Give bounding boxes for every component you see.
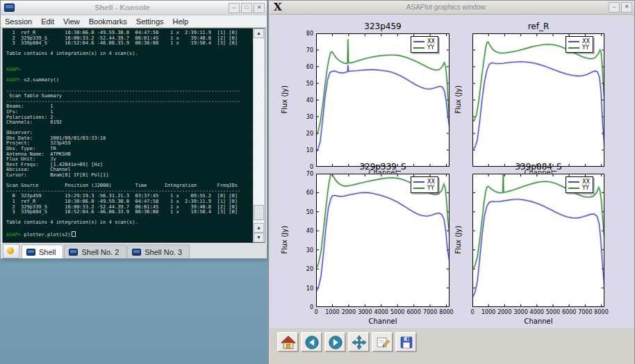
- terminal-line: 3 339p884_S 16:52:04.6 -46.08.33.9 06:36…: [6, 41, 253, 47]
- x-axis-label: Channel: [472, 317, 604, 325]
- legend-entry-xx: XX: [413, 38, 435, 44]
- new-session-button[interactable]: [3, 244, 19, 258]
- y-tick-label: 40: [294, 228, 313, 234]
- terminal-scrollbar[interactable]: ▲ ▲ ▼: [253, 28, 265, 242]
- menu-session[interactable]: Session: [5, 17, 32, 26]
- scroll-up-icon[interactable]: ▲: [254, 28, 264, 38]
- menu-bar: SessionEditViewBookmarksSettingsHelp: [1, 15, 267, 28]
- subplot-title-323p459: 323p459: [316, 22, 450, 31]
- terminal-line: Table contains 4 integration(s) in 4 sca…: [6, 220, 253, 226]
- forward-arrow-icon: [328, 335, 343, 350]
- legend: XXYY: [411, 176, 438, 193]
- menu-bookmarks[interactable]: Bookmarks: [89, 17, 127, 26]
- legend-label: YY: [582, 185, 589, 191]
- tab-label: Shell No. 2: [81, 248, 119, 256]
- edit-page-icon: [375, 335, 390, 350]
- legend-line-icon: [568, 41, 579, 42]
- legend: XXYY: [566, 176, 593, 193]
- series-xx-line: [316, 192, 450, 292]
- y-tick-label: 10: [294, 147, 313, 154]
- terminal-line: [6, 57, 253, 63]
- scroll-up2-icon[interactable]: ▲: [254, 223, 264, 233]
- y-tick-label: 10: [294, 286, 313, 292]
- home-icon: [281, 335, 296, 350]
- scrollbar-thumb[interactable]: [254, 205, 264, 220]
- axes-frame: [473, 174, 604, 307]
- y-tick-label: 40: [294, 97, 313, 104]
- subplot-title-ref-r: ref_R: [472, 22, 604, 31]
- menu-edit[interactable]: Edit: [41, 17, 54, 26]
- y-tick-label: 50: [294, 209, 313, 215]
- back-arrow-icon: [304, 335, 320, 350]
- y-axis-label: Flux (Jy): [454, 226, 462, 254]
- subplot-config-button[interactable]: [372, 332, 393, 352]
- save-floppy-icon: [399, 335, 414, 350]
- terminal-icon: [26, 249, 35, 256]
- terminal-line: Cursor: Beam[0] IF[0] Pol[1]: [6, 173, 253, 179]
- x-axis-label: Channel: [316, 317, 450, 325]
- asaplot-window: X ASAPlot graphics window – ✕ 323p459Cha…: [268, 0, 635, 364]
- series-yy-line: [316, 39, 450, 135]
- legend-entry-yy: YY: [568, 44, 590, 51]
- y-axis-label: Flux (Jy): [454, 86, 462, 114]
- desktop-background: [0, 258, 268, 364]
- terminal-output[interactable]: 1 ref_R 18:30:06.0 -49.59.30.0 04:47:58 …: [3, 28, 253, 242]
- new-session-icon: [7, 247, 14, 254]
- menu-settings[interactable]: Settings: [136, 17, 164, 26]
- legend: XXYY: [566, 36, 593, 53]
- asaplot-close-button[interactable]: ✕: [621, 2, 632, 13]
- legend-entry-yy: YY: [413, 44, 435, 51]
- terminal-cursor: [72, 231, 76, 237]
- menu-help[interactable]: Help: [173, 17, 189, 26]
- scroll-down-icon[interactable]: ▼: [254, 233, 264, 242]
- window-title: Shell - Konsole: [17, 3, 227, 12]
- asaplot-minimize-button[interactable]: –: [609, 2, 620, 13]
- series-yy-line: [472, 42, 604, 122]
- legend-entry-yy: YY: [568, 185, 590, 191]
- series-yy-line: [472, 42, 604, 122]
- y-tick-label: 20: [294, 266, 313, 272]
- back-button[interactable]: [301, 332, 322, 352]
- legend-line-icon: [413, 47, 424, 49]
- tab-shell-no-2[interactable]: Shell No. 2: [64, 245, 126, 258]
- legend-label: XX: [427, 179, 435, 185]
- maximize-button[interactable]: □: [241, 3, 252, 13]
- konsole-titlebar[interactable]: Shell - Konsole – □ ✕: [1, 1, 267, 15]
- y-tick-label: 50: [294, 81, 313, 87]
- terminal-line: [6, 226, 253, 231]
- save-button[interactable]: [395, 332, 417, 352]
- tab-shell[interactable]: Shell: [22, 245, 63, 258]
- legend-label: XX: [582, 39, 590, 44]
- y-tick-label: 60: [294, 190, 313, 196]
- menu-view[interactable]: View: [63, 17, 80, 26]
- legend-line-icon: [568, 188, 579, 189]
- asap-prompt: ASAP>: [6, 67, 21, 72]
- legend-entry-yy: YY: [413, 185, 435, 191]
- legend-entry-xx: XX: [568, 38, 590, 44]
- legend-label: YY: [427, 185, 434, 191]
- close-button[interactable]: ✕: [254, 3, 265, 13]
- plot-area-ref-r[interactable]: [472, 33, 604, 167]
- y-axis-label: Flux (Jy): [281, 86, 288, 114]
- terminal-icon: [69, 249, 78, 256]
- series-yy-line: [316, 39, 450, 135]
- x11-icon: X: [274, 2, 282, 13]
- terminal-line: Channels: 8192: [6, 120, 253, 126]
- terminal-line: ASAP> plotter.plot(s2): [6, 231, 253, 238]
- forward-button[interactable]: [324, 332, 346, 352]
- legend: XXYY: [411, 36, 438, 53]
- plot-area-329p339-s[interactable]: [316, 174, 450, 307]
- konsole-window: Shell - Konsole – □ ✕ SessionEditViewBoo…: [0, 0, 267, 258]
- plot-canvas[interactable]: 323p459Channel01020304050607080Flux (Jy)…: [270, 15, 634, 328]
- plot-area-323p459[interactable]: [316, 33, 450, 167]
- tab-shell-no-3[interactable]: Shell No. 3: [127, 245, 190, 258]
- y-axis-label: Flux (Jy): [281, 226, 288, 254]
- pan-button[interactable]: [348, 332, 370, 352]
- series-xx-line: [316, 192, 450, 292]
- asaplot-titlebar[interactable]: X ASAPlot graphics window – ✕: [269, 1, 634, 15]
- plot-area-339p884-s[interactable]: [472, 174, 604, 307]
- subplot-title-329p339-s: 329p339_S: [316, 162, 450, 172]
- series-xx-line: [316, 65, 450, 152]
- minimize-button[interactable]: –: [229, 3, 240, 13]
- home-button[interactable]: [277, 332, 299, 352]
